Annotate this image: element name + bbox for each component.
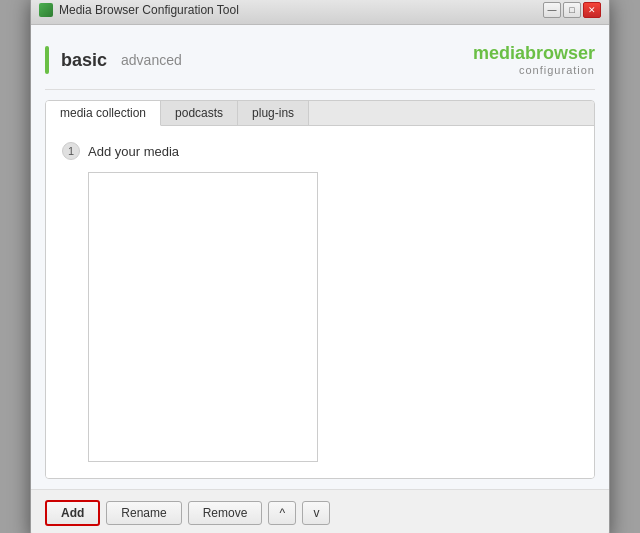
nav-advanced[interactable]: advanced bbox=[121, 52, 182, 68]
rename-button[interactable]: Rename bbox=[106, 501, 181, 525]
logo-prefix: media bbox=[473, 43, 525, 63]
step-text: Add your media bbox=[88, 144, 179, 159]
step-label: 1 Add your media bbox=[62, 142, 578, 160]
panel-content: 1 Add your media bbox=[46, 126, 594, 478]
content-area: basic advanced mediabrowser configuratio… bbox=[31, 25, 609, 490]
tab-media-collection[interactable]: media collection bbox=[46, 101, 161, 126]
remove-button[interactable]: Remove bbox=[188, 501, 263, 525]
logo: mediabrowser configuration bbox=[473, 43, 595, 78]
titlebar-left: Media Browser Configuration Tool bbox=[39, 3, 239, 17]
app-icon bbox=[39, 3, 53, 17]
tab-plugins[interactable]: plug-ins bbox=[238, 101, 309, 125]
minimize-button[interactable]: — bbox=[543, 2, 561, 18]
nav-basic[interactable]: basic bbox=[61, 50, 107, 71]
logo-bottom: configuration bbox=[473, 64, 595, 77]
add-button[interactable]: Add bbox=[45, 500, 100, 526]
titlebar-controls: — □ ✕ bbox=[543, 2, 601, 18]
nav-bar: basic advanced mediabrowser configuratio… bbox=[45, 35, 595, 91]
green-accent-bar bbox=[45, 46, 49, 74]
move-down-button[interactable]: v bbox=[302, 501, 330, 525]
maximize-button[interactable]: □ bbox=[563, 2, 581, 18]
bottom-buttons: Add Rename Remove ^ v bbox=[31, 489, 609, 533]
step-circle: 1 bbox=[62, 142, 80, 160]
tabs: media collection podcasts plug-ins bbox=[46, 101, 594, 126]
logo-top: mediabrowser bbox=[473, 43, 595, 65]
close-button[interactable]: ✕ bbox=[583, 2, 601, 18]
move-up-button[interactable]: ^ bbox=[268, 501, 296, 525]
main-panel: media collection podcasts plug-ins 1 Add… bbox=[45, 100, 595, 479]
window-title: Media Browser Configuration Tool bbox=[59, 3, 239, 17]
logo-suffix: browser bbox=[525, 43, 595, 63]
nav-left: basic advanced bbox=[45, 46, 182, 74]
titlebar: Media Browser Configuration Tool — □ ✕ bbox=[31, 0, 609, 25]
tab-podcasts[interactable]: podcasts bbox=[161, 101, 238, 125]
app-window: Media Browser Configuration Tool — □ ✕ b… bbox=[30, 0, 610, 533]
media-list-box bbox=[88, 172, 318, 462]
